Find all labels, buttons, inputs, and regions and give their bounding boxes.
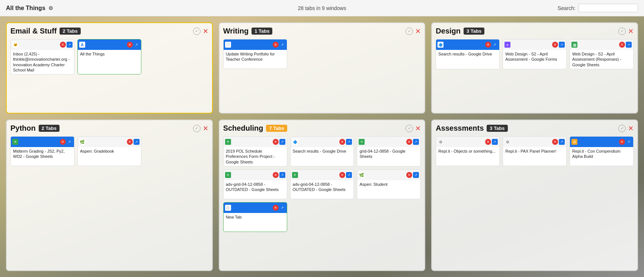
tab-close-btn[interactable]: ✕ xyxy=(406,139,412,145)
scheduling-close-icon[interactable]: ✕ xyxy=(415,124,421,133)
tab-card[interactable]: 🌿 ✕ ↗ Aspen: Gradebook xyxy=(77,136,141,166)
window-python: Python 2 Tabs ✓ ✕ + ✕ ↗ Midterm Grading … xyxy=(6,120,213,271)
tab-card[interactable]: + ✕ ↗ adv-grid-04-12-0858 - OUTDATED - G… xyxy=(223,169,287,199)
tab-open-btn[interactable]: ↗ xyxy=(346,139,352,145)
tab-stats: 28 tabs in 9 windows xyxy=(298,5,346,11)
tab-card[interactable]: A ✕ ↗ All the Things xyxy=(77,39,141,74)
tab-header: 🔷 ✕ ↗ xyxy=(291,137,354,147)
tab-body: New Tab xyxy=(224,213,287,221)
tab-close-btn[interactable]: ✕ xyxy=(273,172,279,178)
tab-card[interactable]: 🔷 ✕ ↗ Search results - Google Drive xyxy=(290,136,354,166)
tab-open-btn[interactable]: ↗ xyxy=(279,205,285,211)
tab-body: Aspen: Student xyxy=(357,180,420,188)
window-scheduling-controls: ✓ ✕ xyxy=(406,124,421,133)
tab-close-btn[interactable]: ✕ xyxy=(485,139,491,145)
favicon-sheets: + xyxy=(225,139,231,145)
assessments-tabs-grid: ⚙ ✕ ↗ Repl.it - Objects or something... … xyxy=(436,136,634,166)
tab-header: 🌿 ✕ ↗ xyxy=(78,137,141,147)
tab-card[interactable]: ⚙ ✕ ↗ Repl.it - PAX Panel Planner! xyxy=(503,136,567,166)
tab-close-btn[interactable]: ✕ xyxy=(60,42,66,48)
tab-card[interactable]: + ✕ ↗ Midterm Grading - JS2, Py2, WD2 - … xyxy=(10,136,74,166)
favicon-sheets: + xyxy=(359,139,365,145)
tab-body: Repl.it - PAX Panel Planner! xyxy=(503,147,566,155)
tab-open-btn[interactable]: ↗ xyxy=(279,139,285,145)
python-tabs-grid: + ✕ ↗ Midterm Grading - JS2, Py2, WD2 - … xyxy=(10,136,208,166)
tab-close-btn[interactable]: ✕ xyxy=(619,139,625,145)
design-check-icon[interactable]: ✓ xyxy=(618,28,626,35)
window-design-title: Design xyxy=(436,27,461,35)
tab-controls: ✕ ↗ xyxy=(60,42,73,48)
tab-open-btn[interactable]: ↗ xyxy=(492,42,498,48)
tab-header: ⚙ ✕ ↗ xyxy=(436,137,499,147)
gear-icon[interactable]: ⚙ xyxy=(48,5,53,11)
tab-close-btn[interactable]: ✕ xyxy=(127,139,133,145)
tab-close-btn[interactable]: ✕ xyxy=(339,139,345,145)
window-scheduling-badge: 7 Tabs xyxy=(266,125,287,132)
tab-open-btn[interactable]: ↗ xyxy=(134,42,140,48)
tab-open-btn[interactable]: ↗ xyxy=(279,42,285,48)
tab-card[interactable]: ⚙ ✕ ↗ Repl.it - Objects or something... xyxy=(436,136,500,166)
tab-body: 2019 POL Schedule Preferences Form Proje… xyxy=(224,147,287,166)
tab-close-btn[interactable]: ✕ xyxy=(273,205,279,211)
tab-open-btn[interactable]: ↗ xyxy=(413,172,419,178)
tab-header: ⚙ ✕ ↗ xyxy=(503,137,566,147)
tab-body: Web Design - S2 - April Assessment (Resp… xyxy=(570,50,633,69)
tab-open-btn[interactable]: ↗ xyxy=(279,172,285,178)
favicon-docs: 📄 xyxy=(225,42,231,48)
tab-open-btn[interactable]: ↗ xyxy=(626,42,632,48)
tab-controls: ✕ ↗ xyxy=(273,172,285,178)
tab-card[interactable]: ≡ ✕ ↗ Web Design - S2 - April Assessment… xyxy=(503,39,567,69)
python-close-icon[interactable]: ✕ xyxy=(203,124,208,133)
tab-header: + ✕ ↗ xyxy=(291,170,354,180)
tab-close-btn[interactable]: ✕ xyxy=(406,172,412,178)
tab-card[interactable]: + ✕ ↗ 2019 POL Schedule Preferences Form… xyxy=(223,136,287,166)
tab-card[interactable]: 🔷 ✕ ↗ Search results - Google Drive xyxy=(436,39,500,69)
tab-open-btn[interactable]: ↗ xyxy=(492,139,498,145)
tab-open-btn[interactable]: ↗ xyxy=(67,139,73,145)
writing-tabs-grid: 📄 ✕ ↗ Update Writing Portfolio for Teach… xyxy=(223,39,421,69)
tab-card[interactable]: + ✕ ↗ grid-04-12-0858 - Google Sheets xyxy=(357,136,421,166)
writing-check-icon[interactable]: ✓ xyxy=(406,28,413,35)
python-check-icon[interactable]: ✓ xyxy=(193,125,201,132)
tab-close-btn[interactable]: ✕ xyxy=(485,42,491,48)
design-close-icon[interactable]: ✕ xyxy=(628,27,634,35)
tab-controls: ✕ ↗ xyxy=(127,42,140,48)
tab-open-btn[interactable]: ↗ xyxy=(134,139,140,145)
tab-card[interactable]: 📄 ✕ ↗ Update Writing Portfolio for Teach… xyxy=(223,39,287,69)
tab-close-btn[interactable]: ✕ xyxy=(273,139,279,145)
tab-close-btn[interactable]: ✕ xyxy=(127,42,133,48)
favicon-drive: 🔷 xyxy=(438,42,443,48)
tab-open-btn[interactable]: ↗ xyxy=(346,172,352,178)
window-email-badge: 2 Tabs xyxy=(60,28,80,35)
window-writing: Writing 1 Tabs ✓ ✕ 📄 ✕ ↗ Update Writing … xyxy=(219,22,426,114)
writing-close-icon[interactable]: ✕ xyxy=(415,27,421,35)
tab-card[interactable]: ▦ ✕ ↗ Web Design - S2 - April Assessment… xyxy=(570,39,634,69)
tab-close-btn[interactable]: ✕ xyxy=(552,139,558,145)
tab-close-btn[interactable]: ✕ xyxy=(339,172,345,178)
assessments-close-icon[interactable]: ✕ xyxy=(628,124,634,133)
tab-header: 📄 ✕ ↗ xyxy=(224,39,287,50)
email-close-icon[interactable]: ✕ xyxy=(203,27,208,35)
window-assessments-header: Assessments 3 Tabs ✓ ✕ xyxy=(436,124,634,133)
tab-card[interactable]: ⚙ ✕ ↗ Repl.it - Con Compendium Alpha Bui… xyxy=(570,136,634,166)
tab-controls: ✕ ↗ xyxy=(485,42,498,48)
tab-open-btn[interactable]: ↗ xyxy=(559,42,565,48)
tab-close-btn[interactable]: ✕ xyxy=(619,42,625,48)
tab-open-btn[interactable]: ↗ xyxy=(413,139,419,145)
tab-open-btn[interactable]: ↗ xyxy=(67,42,73,48)
assessments-check-icon[interactable]: ✓ xyxy=(618,125,626,132)
tab-card[interactable]: + ✕ ↗ adv-grid-04-12-0858 - OUTDATED - G… xyxy=(290,169,354,199)
tab-close-btn[interactable]: ✕ xyxy=(552,42,558,48)
tab-open-btn[interactable]: ↗ xyxy=(626,139,632,145)
tab-controls: ✕ ↗ xyxy=(339,172,352,178)
tab-open-btn[interactable]: ↗ xyxy=(559,139,565,145)
favicon-newtab: □ xyxy=(225,205,231,211)
tab-card[interactable]: 🌿 ✕ ↗ Aspen: Student xyxy=(357,169,421,199)
search-input[interactable] xyxy=(579,4,638,12)
tab-close-btn[interactable]: ✕ xyxy=(60,139,66,145)
tab-card[interactable]: □ ✕ ↗ New Tab xyxy=(223,202,287,232)
scheduling-check-icon[interactable]: ✓ xyxy=(406,125,413,132)
email-check-icon[interactable]: ✓ xyxy=(193,28,201,35)
tab-card[interactable]: 🐱 ✕ ↗ Inbox (2,425) - thinkle@innovation… xyxy=(10,39,74,74)
tab-close-btn[interactable]: ✕ xyxy=(273,42,279,48)
